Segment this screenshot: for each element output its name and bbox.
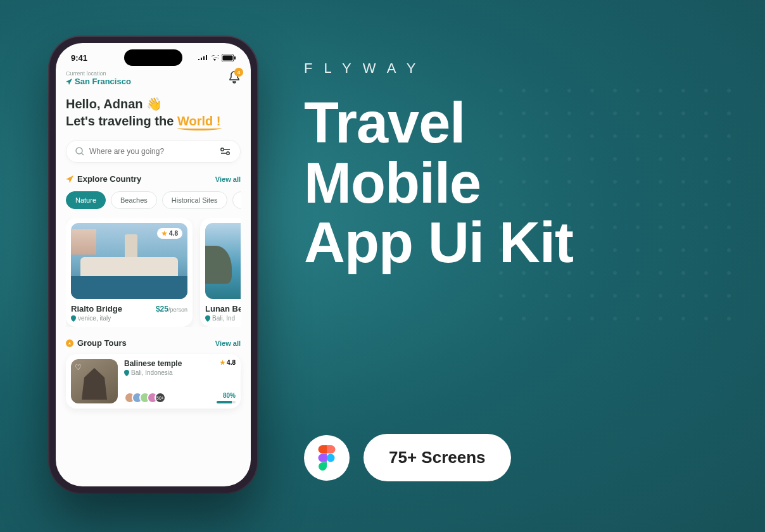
- pin-icon: [205, 315, 210, 322]
- svg-point-6: [227, 152, 229, 155]
- search-input[interactable]: [89, 147, 215, 156]
- location-name: San Francisco: [66, 77, 131, 86]
- promo-headline: Travel Mobile App Ui Kit: [304, 93, 573, 273]
- wave-emoji: 👋: [146, 97, 162, 111]
- tours-title: Group Tours: [66, 338, 127, 348]
- headline-line-2: Mobile: [304, 153, 573, 213]
- screens-count-pill: 75+ Screens: [364, 434, 511, 481]
- explore-view-all-link[interactable]: View all: [215, 175, 241, 183]
- tour-info: Balinese temple Bali, Indonesia ★ 4.8: [124, 359, 236, 403]
- chip-nature[interactable]: Nature: [66, 191, 106, 209]
- pin-icon: [71, 315, 76, 322]
- tour-avatars: 50+: [124, 392, 166, 403]
- tours-view-all-link[interactable]: View all: [215, 339, 241, 347]
- destination-card[interactable]: Lunan Be Bali, Ind: [200, 218, 241, 327]
- card-title-row: Rialto Bridge $25/person: [71, 304, 187, 314]
- greeting: Hello, Adnan 👋 Let's traveling the World…: [66, 96, 241, 130]
- explore-section-header: Explore Country View all: [66, 174, 241, 184]
- destination-card[interactable]: ★ 4.8 Rialto Bridge $25/person venice, i…: [66, 218, 193, 327]
- location-header: Current location San Francisco 4: [66, 70, 241, 87]
- tour-title: Balinese temple: [124, 359, 182, 368]
- destination-location: venice, italy: [71, 315, 187, 322]
- destination-name: Rialto Bridge: [71, 304, 122, 314]
- category-chips: Nature Beaches Historical Sites Th: [66, 191, 241, 209]
- signal-icon: [198, 55, 208, 61]
- destination-location: Bali, Ind: [205, 315, 241, 322]
- compass-icon: [66, 175, 73, 183]
- status-indicators: [198, 54, 236, 61]
- notification-badge: 4: [234, 68, 243, 77]
- destination-cards: ★ 4.8 Rialto Bridge $25/person venice, i…: [66, 218, 241, 327]
- explore-title: Explore Country: [66, 174, 141, 184]
- chip-beaches[interactable]: Beaches: [111, 191, 157, 209]
- tour-location: Bali, Indonesia: [124, 369, 182, 376]
- tour-progress-bar: [217, 401, 236, 403]
- destination-image: [205, 223, 241, 299]
- promo-block: FLYWAY Travel Mobile App Ui Kit: [304, 60, 573, 273]
- filter-icon[interactable]: [220, 147, 231, 156]
- pin-icon: [124, 370, 129, 376]
- svg-point-5: [221, 148, 224, 151]
- location-block[interactable]: Current location San Francisco: [66, 70, 131, 86]
- greeting-highlight: World !: [177, 114, 221, 128]
- tours-section-header: Group Tours View all: [66, 338, 241, 348]
- chip-historical[interactable]: Historical Sites: [162, 191, 227, 209]
- headline-line-1: Travel: [304, 93, 573, 153]
- svg-point-0: [327, 453, 335, 462]
- avatar-overflow: 50+: [155, 392, 166, 403]
- svg-rect-2: [223, 56, 233, 61]
- greeting-line-1: Hello, Adnan 👋: [66, 96, 241, 113]
- tour-progress-label: 80%: [223, 392, 236, 399]
- svg-rect-3: [234, 56, 236, 60]
- destination-image: ★ 4.8: [71, 223, 187, 299]
- dynamic-island: [124, 49, 182, 66]
- tour-image: ♡: [71, 359, 118, 403]
- location-label: Current location: [66, 70, 131, 77]
- tour-rating: ★ 4.8: [220, 359, 236, 366]
- figma-icon: [304, 435, 350, 481]
- wifi-icon: [210, 55, 219, 61]
- tour-card[interactable]: ♡ Balinese temple Bali, Indonesia ★ 4.8: [66, 354, 241, 408]
- heart-icon[interactable]: ♡: [75, 363, 82, 372]
- card-title-row: Lunan Be: [205, 304, 241, 314]
- app-screen: 9:41 Current location San Francisco 4: [56, 43, 251, 486]
- rating-badge: ★ 4.8: [157, 228, 182, 239]
- notifications-button[interactable]: 4: [228, 70, 241, 87]
- battery-icon: [222, 54, 236, 61]
- greeting-line-2: Let's traveling the World !: [66, 113, 241, 130]
- location-arrow-icon: [66, 79, 72, 85]
- star-icon: ★: [220, 359, 225, 366]
- promo-pills: 75+ Screens: [304, 434, 511, 481]
- promo-eyebrow: FLYWAY: [304, 60, 573, 77]
- destination-price: $25/person: [156, 305, 187, 314]
- search-icon: [75, 147, 84, 156]
- headline-line-3: App Ui Kit: [304, 213, 573, 273]
- destination-name: Lunan Be: [205, 304, 241, 314]
- star-icon: ★: [161, 230, 167, 237]
- svg-point-4: [76, 148, 82, 154]
- chip-more[interactable]: Th: [232, 191, 241, 209]
- status-time: 9:41: [71, 53, 87, 63]
- compass-circle-icon: [66, 339, 73, 347]
- phone-mockup: 9:41 Current location San Francisco 4: [49, 37, 257, 493]
- search-bar[interactable]: [66, 140, 241, 163]
